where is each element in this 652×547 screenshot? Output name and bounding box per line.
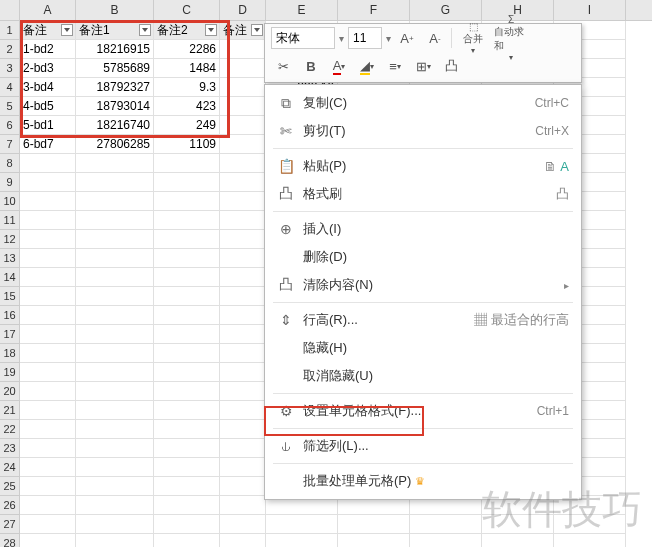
row-header[interactable]: 8 — [0, 154, 20, 173]
cell[interactable] — [220, 59, 266, 78]
cell[interactable] — [220, 249, 266, 268]
menu-format-cells[interactable]: ⚙ 设置单元格格式(F)... Ctrl+1 — [265, 397, 581, 425]
cell[interactable]: 3-bd4 — [20, 78, 76, 97]
menu-clear[interactable]: 凸 清除内容(N) ▸ — [265, 271, 581, 299]
cell[interactable] — [20, 287, 76, 306]
cell[interactable] — [220, 116, 266, 135]
cell[interactable] — [154, 154, 220, 173]
menu-insert[interactable]: ⊕ 插入(I) — [265, 215, 581, 243]
row-header[interactable]: 11 — [0, 211, 20, 230]
col-header-C[interactable]: C — [154, 0, 220, 20]
cell[interactable] — [410, 534, 482, 547]
cell[interactable] — [154, 306, 220, 325]
cell[interactable] — [154, 515, 220, 534]
menu-batch-cells[interactable]: 批量处理单元格(P)♛ — [265, 467, 581, 495]
paste-options-icon[interactable]: 🗎 A — [544, 159, 569, 174]
cell[interactable] — [266, 534, 338, 547]
cell[interactable] — [220, 534, 266, 547]
cell[interactable] — [220, 515, 266, 534]
cell[interactable] — [220, 287, 266, 306]
cell[interactable] — [154, 249, 220, 268]
cell[interactable]: 18216915 — [76, 40, 154, 59]
row-header[interactable]: 26 — [0, 496, 20, 515]
cell[interactable] — [338, 534, 410, 547]
row-header[interactable]: 20 — [0, 382, 20, 401]
cell[interactable] — [220, 97, 266, 116]
col-header-G[interactable]: G — [410, 0, 482, 20]
select-all-cell[interactable] — [0, 0, 20, 20]
cell[interactable] — [20, 515, 76, 534]
cell[interactable]: 1-bd2 — [20, 40, 76, 59]
cell[interactable] — [154, 439, 220, 458]
cell[interactable] — [20, 249, 76, 268]
cell[interactable]: 5785689 — [76, 59, 154, 78]
cell[interactable] — [76, 420, 154, 439]
cell[interactable]: 1109 — [154, 135, 220, 154]
menu-filter-column[interactable]: ⫝ 筛选列(L)... — [265, 432, 581, 460]
cell[interactable] — [20, 154, 76, 173]
align-button[interactable]: ≡▾ — [383, 55, 407, 77]
cell[interactable] — [220, 325, 266, 344]
cell[interactable] — [154, 268, 220, 287]
cell[interactable]: 5-bd1 — [20, 116, 76, 135]
cell[interactable]: 9.3 — [154, 78, 220, 97]
row-header[interactable]: 10 — [0, 192, 20, 211]
cell[interactable]: 27806285 — [76, 135, 154, 154]
bold-button[interactable]: B — [299, 55, 323, 77]
cell[interactable] — [220, 420, 266, 439]
cell[interactable] — [20, 268, 76, 287]
dropdown-icon[interactable]: ▾ — [339, 33, 344, 44]
cell[interactable] — [220, 268, 266, 287]
cell[interactable] — [20, 458, 76, 477]
borders-button[interactable]: ⊞▾ — [411, 55, 435, 77]
cell[interactable] — [76, 496, 154, 515]
row-header[interactable]: 18 — [0, 344, 20, 363]
row-header[interactable]: 5 — [0, 97, 20, 116]
cell[interactable] — [20, 534, 76, 547]
cell[interactable] — [76, 287, 154, 306]
font-color-button[interactable]: A▾ — [327, 55, 351, 77]
cell[interactable]: 18216740 — [76, 116, 154, 135]
col-header-B[interactable]: B — [76, 0, 154, 20]
row-header[interactable]: 27 — [0, 515, 20, 534]
cell[interactable] — [76, 401, 154, 420]
format-painter-button[interactable]: ✂ — [271, 55, 295, 77]
row-header[interactable]: 1 — [0, 21, 20, 40]
col-header-I[interactable]: I — [554, 0, 626, 20]
cell[interactable]: 4-bd5 — [20, 97, 76, 116]
cell[interactable] — [154, 496, 220, 515]
cell[interactable] — [76, 192, 154, 211]
font-select[interactable]: 宋体 — [271, 27, 335, 49]
cell[interactable] — [410, 515, 482, 534]
cell[interactable]: 18792327 — [76, 78, 154, 97]
row-header[interactable]: 4 — [0, 78, 20, 97]
fill-color-button[interactable]: ◢▾ — [355, 55, 379, 77]
col-header-H[interactable]: H — [482, 0, 554, 20]
cell[interactable] — [20, 401, 76, 420]
best-fit-icon[interactable]: ▦ 最适合的行高 — [474, 311, 569, 329]
menu-hide[interactable]: 隐藏(H) — [265, 334, 581, 362]
row-header[interactable]: 28 — [0, 534, 20, 547]
cell[interactable]: 1484 — [154, 59, 220, 78]
cell[interactable] — [76, 363, 154, 382]
menu-delete[interactable]: 删除(D) — [265, 243, 581, 271]
insert-shape-button[interactable]: 凸 — [439, 55, 463, 77]
cell[interactable] — [220, 211, 266, 230]
decrease-font-button[interactable]: A- — [423, 27, 447, 49]
cell[interactable] — [220, 78, 266, 97]
menu-format-painter[interactable]: 凸 格式刷 凸 — [265, 180, 581, 208]
cell[interactable] — [154, 458, 220, 477]
cell[interactable] — [76, 458, 154, 477]
cell[interactable]: 2-bd3 — [20, 59, 76, 78]
cell[interactable] — [20, 344, 76, 363]
cell[interactable] — [154, 230, 220, 249]
cell[interactable] — [76, 268, 154, 287]
cell[interactable] — [20, 496, 76, 515]
cell[interactable] — [76, 439, 154, 458]
cell[interactable] — [154, 173, 220, 192]
col-header-D[interactable]: D — [220, 0, 266, 20]
cell[interactable] — [154, 534, 220, 547]
cell[interactable] — [76, 306, 154, 325]
cell[interactable] — [20, 363, 76, 382]
row-header[interactable]: 6 — [0, 116, 20, 135]
